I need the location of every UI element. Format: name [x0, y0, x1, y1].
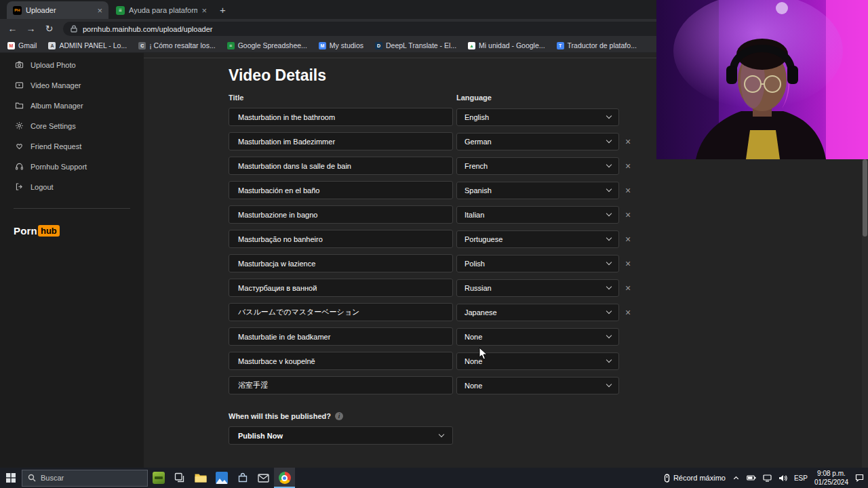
- title-input[interactable]: [229, 352, 453, 370]
- title-input[interactable]: [229, 254, 453, 272]
- chevron-down-icon: [439, 431, 444, 436]
- gear-icon: [15, 121, 24, 131]
- language-value: None: [465, 357, 607, 365]
- language-select[interactable]: None: [456, 328, 619, 346]
- tab-close-icon[interactable]: ×: [97, 6, 102, 15]
- clock-time: 9:08 p.m.: [814, 469, 848, 478]
- bookmark-item[interactable]: MMy studios: [319, 41, 363, 49]
- remove-row-button[interactable]: ×: [625, 235, 631, 244]
- logout-icon: [15, 182, 24, 192]
- taskbar-search[interactable]: Buscar: [22, 470, 148, 487]
- bookmark-favicon: M: [319, 42, 326, 49]
- language-indicator[interactable]: ESP: [794, 474, 808, 482]
- chrome-icon[interactable]: [274, 468, 295, 488]
- bookmark-item[interactable]: ≡Google Spreadshee...: [227, 41, 307, 49]
- remove-row-button[interactable]: ×: [625, 137, 631, 146]
- tab-title: Uploader: [26, 6, 93, 14]
- bookmark-label: Google Spreadshee...: [238, 41, 307, 49]
- sidebar-item-album-manager[interactable]: Album Manager: [0, 96, 144, 116]
- sidebar-item-friend-request[interactable]: Friend Request: [0, 136, 144, 157]
- title-input[interactable]: [229, 132, 453, 150]
- title-input[interactable]: [229, 205, 453, 224]
- language-select[interactable]: Japanese: [456, 304, 619, 321]
- sidebar-item-pornhub-support[interactable]: Pornhub Support: [0, 157, 144, 177]
- webcam-video: [656, 0, 868, 159]
- new-tab-button[interactable]: +: [220, 4, 226, 16]
- sidebar-item-video-manager[interactable]: Video Manager: [0, 75, 144, 96]
- forward-button[interactable]: →: [22, 19, 39, 39]
- task-view-icon[interactable]: [169, 468, 190, 488]
- sidebar-item-label: Video Manager: [31, 81, 81, 89]
- pornhub-favicon: PH: [13, 6, 22, 15]
- store-icon[interactable]: [232, 468, 253, 488]
- language-value: Italian: [465, 211, 607, 219]
- battery-icon[interactable]: [747, 474, 756, 481]
- pornhub-logo[interactable]: Porn hub: [0, 225, 144, 237]
- site-info-icon[interactable]: [71, 25, 77, 33]
- remove-row-button[interactable]: ×: [625, 283, 631, 293]
- reload-button[interactable]: ↻: [41, 19, 58, 39]
- language-select[interactable]: None: [456, 352, 619, 370]
- title-input[interactable]: [229, 303, 453, 321]
- language-select[interactable]: Spanish: [456, 182, 619, 199]
- remove-row-button[interactable]: ×: [625, 210, 631, 220]
- bookmark-item[interactable]: C¡ Cómo resaltar los...: [138, 41, 215, 49]
- remove-row-button[interactable]: ×: [625, 161, 631, 171]
- tab-close-icon[interactable]: ×: [201, 6, 207, 15]
- title-input[interactable]: [229, 230, 453, 248]
- pinned-app-icon[interactable]: [148, 468, 169, 488]
- folder-icon: [15, 101, 24, 111]
- remove-row-button[interactable]: ×: [625, 186, 631, 195]
- language-select[interactable]: Russian: [456, 279, 619, 297]
- title-input[interactable]: [229, 157, 453, 175]
- volume-icon[interactable]: [778, 474, 787, 482]
- language-select[interactable]: Italian: [456, 206, 619, 224]
- back-button[interactable]: ←: [4, 19, 21, 39]
- language-select[interactable]: German: [456, 133, 619, 150]
- sidebar-item-logout[interactable]: Logout: [0, 177, 144, 197]
- language-select[interactable]: Polish: [456, 255, 619, 272]
- bookmark-item[interactable]: DDeepL Translate - El...: [375, 41, 456, 49]
- title-input[interactable]: [229, 108, 453, 126]
- language-select[interactable]: English: [456, 108, 619, 126]
- photos-icon[interactable]: [211, 468, 232, 488]
- language-select[interactable]: None: [456, 377, 619, 394]
- video-detail-row: None: [229, 376, 868, 394]
- language-select[interactable]: French: [456, 157, 619, 175]
- bookmark-label: DeepL Translate - El...: [386, 41, 456, 49]
- file-explorer-icon[interactable]: [190, 468, 211, 488]
- title-input[interactable]: [229, 279, 453, 297]
- scrollbar-thumb[interactable]: [863, 159, 867, 237]
- browser-tab[interactable]: PHUploader×: [7, 1, 108, 19]
- clock[interactable]: 9:08 p.m. 01/25/2024: [814, 469, 848, 487]
- mail-icon[interactable]: [253, 468, 274, 488]
- video-detail-row: None: [229, 327, 868, 346]
- info-icon[interactable]: i: [335, 412, 343, 420]
- notification-center-icon[interactable]: [855, 474, 864, 482]
- overlay-status: Récord máximo: [664, 474, 726, 483]
- remove-row-button[interactable]: ×: [625, 308, 631, 317]
- title-input[interactable]: [229, 376, 453, 394]
- bookmark-item[interactable]: AADMIN PANEL - Lo...: [48, 41, 127, 49]
- title-input[interactable]: [229, 327, 453, 346]
- bookmark-item[interactable]: TTraductor de platafo...: [557, 41, 637, 49]
- publish-select[interactable]: Publish Now: [229, 426, 453, 445]
- language-select[interactable]: Portuguese: [456, 230, 619, 248]
- remove-row-button[interactable]: ×: [625, 259, 631, 268]
- video-detail-row: Portuguese×: [229, 230, 868, 248]
- bookmark-item[interactable]: MGmail: [7, 41, 37, 49]
- browser-tab[interactable]: ≡Ayuda para plataformas - Hoja...×: [110, 1, 213, 19]
- logo-text-porn: Porn: [14, 225, 37, 237]
- chevron-down-icon: [606, 332, 612, 338]
- network-icon[interactable]: [763, 474, 772, 482]
- start-button[interactable]: [0, 468, 22, 488]
- chevron-down-icon: [606, 381, 612, 386]
- sidebar-item-core-settings[interactable]: Core Settings: [0, 116, 144, 136]
- title-input[interactable]: [229, 181, 453, 199]
- sidebar-item-label: Pornhub Support: [31, 163, 87, 171]
- bookmark-favicon: M: [7, 42, 15, 49]
- url-text: pornhub.mainhub.com/upload/uploader: [83, 25, 212, 33]
- bookmark-item[interactable]: ▲Mi unidad - Google...: [468, 41, 545, 49]
- sidebar-item-upload-photo[interactable]: Upload Photo: [0, 55, 144, 75]
- hidden-icons-chevron[interactable]: [732, 474, 740, 482]
